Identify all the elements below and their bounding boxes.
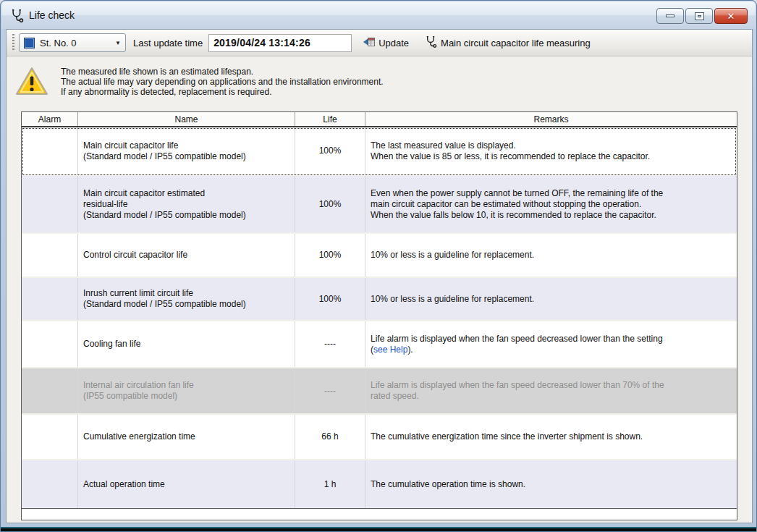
window-bottom-edge: [1, 527, 756, 531]
minimize-button[interactable]: [656, 8, 684, 24]
see-help-link[interactable]: see Help: [373, 345, 407, 355]
window-title: Life check: [29, 9, 75, 21]
remarks-cell: The cumulative energization time since t…: [365, 415, 737, 459]
alarm-cell: [22, 127, 78, 174]
remarks-cell: 10% or less is a guideline for replaceme…: [365, 234, 737, 276]
update-button[interactable]: Update: [359, 34, 413, 52]
minimize-icon: [666, 14, 674, 17]
table-header: Alarm Name Life Remarks: [22, 112, 737, 127]
station-icon: [24, 38, 35, 48]
life-cell: 66 h: [295, 415, 365, 459]
remarks-cell: The last measured value is displayed. Wh…: [365, 127, 737, 174]
alarm-cell: [22, 321, 78, 367]
table-row[interactable]: Main circuit capacitor estimated residua…: [22, 176, 737, 234]
header-alarm: Alarm: [22, 112, 78, 126]
name-cell: Cumulative energization time: [78, 415, 295, 459]
last-update-time-field[interactable]: 2019/04/24 13:14:26: [208, 34, 352, 52]
client-area: St. No. 0 ▼ Last update time 2019/04/24 …: [6, 29, 753, 523]
toolbar-grip-handle[interactable]: [12, 34, 14, 51]
life-table: Alarm Name Life Remarks Main circuit cap…: [21, 111, 737, 520]
title-bar: Life check ✕: [1, 1, 756, 29]
chevron-down-icon: ▼: [115, 40, 121, 46]
life-cell: 1 h: [295, 460, 365, 508]
alarm-cell: [22, 460, 78, 508]
restore-button[interactable]: [685, 8, 713, 24]
alarm-cell: [22, 176, 78, 232]
measure-button-label: Main circuit capacitor life measuring: [441, 38, 591, 48]
stethoscope-icon: [10, 9, 24, 22]
life-cell: ----: [295, 321, 365, 367]
life-cell: 100%: [295, 278, 365, 320]
update-icon: [363, 36, 375, 50]
table-row[interactable]: Control circuit capacitor life 100% 10% …: [22, 234, 737, 278]
alarm-cell: [22, 278, 78, 320]
header-remarks: Remarks: [365, 112, 737, 126]
life-cell: 100%: [295, 176, 365, 232]
table-row[interactable]: Inrush current limit circuit life (Stand…: [22, 278, 737, 321]
header-name: Name: [78, 112, 295, 126]
table-row[interactable]: Cumulative energization time 66 h The cu…: [22, 415, 737, 460]
update-button-label: Update: [378, 38, 409, 48]
remarks-cell: Life alarm is displayed when the fan spe…: [365, 368, 737, 413]
close-icon: ✕: [727, 12, 735, 21]
station-select-value: St. No. 0: [40, 38, 115, 48]
table-filler: [22, 509, 737, 520]
life-cell: 100%: [295, 234, 365, 276]
life-cell: ----: [295, 368, 365, 413]
station-select-dropdown[interactable]: St. No. 0 ▼: [19, 33, 126, 52]
name-cell: Actual operation time: [78, 460, 295, 508]
warning-line-3: If any abnormality is detected, replacem…: [61, 87, 384, 97]
table-row[interactable]: Main circuit capacitor life (Standard mo…: [22, 127, 737, 176]
alarm-cell: [22, 415, 78, 459]
name-cell: Internal air circulation fan life (IP55 …: [78, 368, 295, 413]
warning-line-1: The measured life shown is an estimated …: [61, 67, 384, 77]
table-row[interactable]: Cooling fan life ---- Life alarm is disp…: [22, 321, 737, 368]
warning-note: The measured life shown is an estimated …: [15, 66, 384, 97]
capacitor-life-measuring-button[interactable]: Main circuit capacitor life measuring: [420, 33, 595, 52]
name-cell: Inrush current limit circuit life (Stand…: [78, 278, 295, 320]
remarks-cell: Even when the power supply cannot be tur…: [365, 176, 737, 232]
remarks-cell: Life alarm is displayed when the fan spe…: [365, 321, 737, 367]
remarks-cell: The cumulative operation time is shown.: [365, 460, 737, 508]
name-cell: Main circuit capacitor estimated residua…: [78, 176, 295, 232]
name-cell: Control circuit capacitor life: [78, 234, 295, 276]
life-cell: 100%: [295, 127, 365, 174]
table-row[interactable]: Internal air circulation fan life (IP55 …: [22, 368, 737, 415]
alarm-cell: [22, 368, 78, 413]
warning-line-2: The actual life may vary depending on ap…: [61, 77, 384, 87]
last-update-label: Last update time: [133, 38, 203, 48]
close-button[interactable]: ✕: [714, 8, 748, 24]
header-life: Life: [295, 112, 365, 126]
window-controls: ✕: [656, 8, 748, 24]
life-check-window: Life check ✕ St. No. 0 ▼ Last update tim…: [0, 0, 757, 532]
stethoscope-icon: [425, 35, 437, 50]
warning-triangle-icon: [15, 66, 48, 96]
name-cell: Cooling fan life: [78, 321, 295, 367]
toolbar: St. No. 0 ▼ Last update time 2019/04/24 …: [7, 30, 752, 56]
alarm-cell: [22, 234, 78, 276]
restore-icon: [695, 12, 704, 20]
remarks-cell: 10% or less is a guideline for replaceme…: [365, 278, 737, 320]
table-row[interactable]: Actual operation time 1 h The cumulative…: [22, 460, 737, 509]
name-cell: Main circuit capacitor life (Standard mo…: [78, 127, 295, 174]
